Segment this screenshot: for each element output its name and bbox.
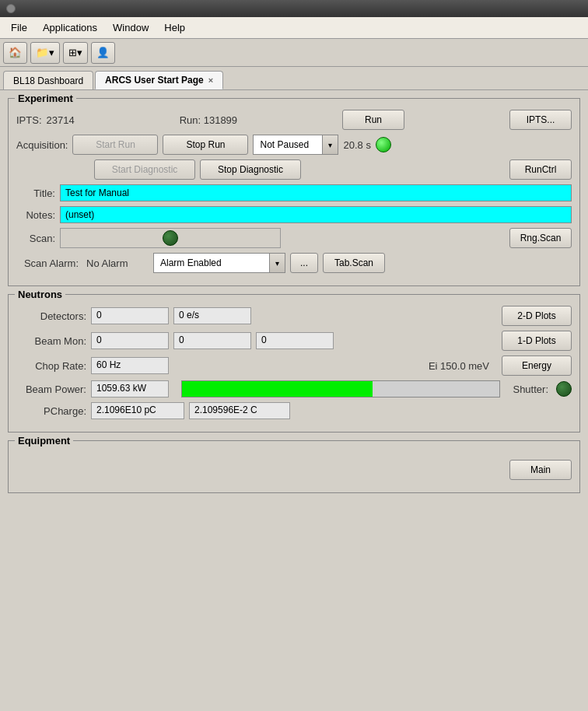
title-bar xyxy=(0,0,588,17)
diagnostic-row: Start Diagnostic Stop Diagnostic RunCtrl xyxy=(94,159,572,180)
detectors-row: Detectors: 0 0 e/s 2-D Plots xyxy=(16,306,572,326)
shutter-label: Shutter: xyxy=(513,384,548,395)
chop-rate-value: 60 Hz xyxy=(91,357,169,374)
pcharge-val2: 2.109596E-2 C xyxy=(189,402,290,419)
pcharge-row: PCharge: 2.1096E10 pC 2.109596E-2 C xyxy=(16,402,572,419)
time-value: 20.8 s xyxy=(343,139,370,151)
home-icon: 🏠 xyxy=(9,47,22,58)
shutter-indicator xyxy=(556,381,572,397)
equipment-title: Equipment xyxy=(15,435,73,447)
menu-help[interactable]: Help xyxy=(156,19,193,37)
beam-power-label: Beam Power: xyxy=(16,384,86,395)
run-label: Run: 131899 xyxy=(180,114,237,126)
detectors-val2: 0 e/s xyxy=(173,307,251,324)
chevron-down-icon2: ▾ xyxy=(77,47,82,58)
stop-run-button[interactable]: Stop Run xyxy=(163,135,248,155)
experiment-section: Experiment IPTS: 23714 Run: 131899 Run I… xyxy=(8,98,580,286)
title-row: Title: document.querySelector('[data-nam… xyxy=(16,184,572,201)
chevron-down-icon: ▾ xyxy=(49,47,54,58)
detectors-label: Detectors: xyxy=(16,310,86,322)
scan-alarm-row: Scan Alarm: No Alarm Alarm Enabled ▾ ...… xyxy=(16,253,572,273)
energy-button[interactable]: Energy xyxy=(502,356,572,376)
plots-1d-button[interactable]: 1-D Plots xyxy=(502,331,572,351)
no-alarm-value: No Alarm xyxy=(86,257,149,269)
scan-label: Scan: xyxy=(16,233,55,244)
runCtrl-button[interactable]: RunCtrl xyxy=(509,159,572,180)
scan-position-indicator xyxy=(163,230,178,246)
experiment-title: Experiment xyxy=(15,93,76,104)
detectors-val1: 0 xyxy=(91,307,169,324)
scan-alarm-label: Scan Alarm: xyxy=(16,257,79,269)
alarm-enabled-arrow-icon[interactable]: ▾ xyxy=(269,254,285,272)
folder-icon: 📁 xyxy=(36,47,49,58)
ipts-value: 23714 xyxy=(47,114,75,126)
beam-power-value: 1059.63 kW xyxy=(91,380,169,398)
ipts-label: IPTS: xyxy=(16,114,42,126)
neutrons-title: Neutrons xyxy=(15,289,65,300)
grid-button[interactable]: ⊞ ▾ xyxy=(63,42,88,64)
alarm-enabled-select[interactable]: Alarm Enabled ▾ xyxy=(153,253,285,273)
main-content: Experiment IPTS: 23714 Run: 131899 Run I… xyxy=(0,90,588,509)
acquisition-label: Acquisition: xyxy=(16,139,68,151)
tab-close-icon[interactable]: × xyxy=(208,75,213,85)
stop-diagnostic-button[interactable]: Stop Diagnostic xyxy=(200,159,301,180)
tabs-bar: BL18 Dashboard ARCS User Start Page × xyxy=(0,67,588,90)
person-icon: 👤 xyxy=(96,47,110,58)
tab-arcs-user-start[interactable]: ARCS User Start Page × xyxy=(95,71,223,89)
ei-value: Ei 150.0 meV xyxy=(429,360,489,372)
notes-label: Notes: xyxy=(16,209,55,221)
beam-mon-label: Beam Mon: xyxy=(16,335,86,347)
neutrons-section: Neutrons Detectors: 0 0 e/s 2-D Plots Be… xyxy=(8,294,580,433)
beam-power-fill xyxy=(182,381,373,397)
chop-rate-row: Chop Rate: 60 Hz Ei 150.0 meV Energy xyxy=(16,356,572,376)
pcharge-val1: 2.1096E10 pC xyxy=(91,402,184,419)
ipts-button[interactable]: IPTS... xyxy=(509,110,572,130)
beam-power-bar xyxy=(181,380,500,398)
person-button[interactable]: 👤 xyxy=(91,42,115,64)
beam-mon-val3: 0 xyxy=(256,332,334,349)
chop-rate-label: Chop Rate: xyxy=(16,360,86,372)
beam-mon-row: Beam Mon: 0 0 0 1-D Plots xyxy=(16,331,572,351)
tab-scan-button[interactable]: Tab.Scan xyxy=(323,253,385,273)
acquisition-row: Acquisition: Start Run Stop Run Not Paus… xyxy=(16,135,572,155)
tab-bl18-dashboard[interactable]: BL18 Dashboard xyxy=(3,71,93,89)
beam-power-row: Beam Power: 1059.63 kW Shutter: xyxy=(16,380,572,398)
start-run-button[interactable]: Start Run xyxy=(72,135,158,155)
beam-mon-val1: 0 xyxy=(91,332,169,349)
not-paused-value: Not Paused xyxy=(254,138,322,152)
notes-row: Notes: xyxy=(16,206,572,223)
status-green-dot xyxy=(376,137,391,152)
not-paused-arrow-icon[interactable]: ▾ xyxy=(322,135,338,154)
alarm-enabled-value: Alarm Enabled xyxy=(154,256,269,270)
home-button[interactable]: 🏠 xyxy=(3,42,27,64)
rng-scan-button[interactable]: Rng.Scan xyxy=(509,228,572,248)
scan-row: Scan: Rng.Scan xyxy=(16,228,572,248)
window-close-dot[interactable] xyxy=(6,4,16,13)
menu-file[interactable]: File xyxy=(3,19,35,37)
tab-arcs-label: ARCS User Start Page xyxy=(105,75,204,86)
plots-2d-button[interactable]: 2-D Plots xyxy=(502,306,572,326)
notes-field[interactable] xyxy=(60,206,572,223)
folder-button[interactable]: 📁 ▾ xyxy=(30,42,60,64)
toolbar: 🏠 📁 ▾ ⊞ ▾ 👤 xyxy=(0,39,588,67)
ellipsis-button[interactable]: ... xyxy=(290,253,318,273)
beam-mon-val2: 0 xyxy=(173,332,251,349)
run-button[interactable]: Run xyxy=(342,110,404,130)
main-button[interactable]: Main xyxy=(509,460,572,480)
equipment-row: Main xyxy=(16,460,572,480)
menu-bar: File Applications Window Help xyxy=(0,17,588,39)
not-paused-select[interactable]: Not Paused ▾ xyxy=(253,135,338,155)
grid-icon: ⊞ xyxy=(68,47,77,58)
title-label: Title: xyxy=(16,187,55,199)
start-diagnostic-button[interactable]: Start Diagnostic xyxy=(94,159,195,180)
menu-window[interactable]: Window xyxy=(105,19,156,37)
tab-bl18-label: BL18 Dashboard xyxy=(13,75,83,86)
menu-applications[interactable]: Applications xyxy=(35,19,105,37)
title-field[interactable] xyxy=(60,184,572,201)
scan-bar xyxy=(60,228,281,248)
equipment-section: Equipment Main xyxy=(8,440,580,493)
pcharge-label: PCharge: xyxy=(16,405,86,417)
experiment-row1: IPTS: 23714 Run: 131899 Run IPTS... xyxy=(16,110,572,130)
